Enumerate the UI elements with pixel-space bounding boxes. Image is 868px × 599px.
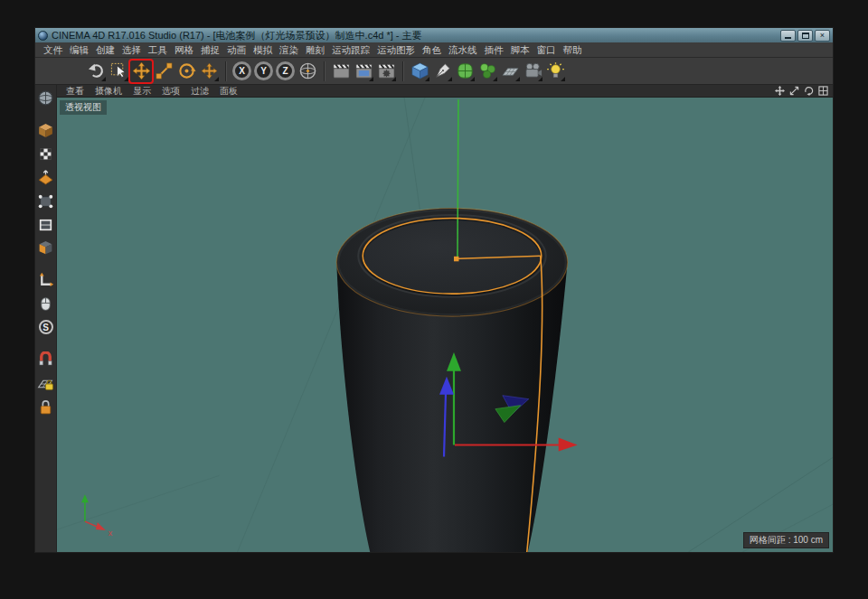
- viewport-menu-cameras[interactable]: 摄像机: [90, 85, 127, 98]
- make-editable-button[interactable]: [36, 88, 56, 108]
- points-mode-button[interactable]: [36, 191, 56, 211]
- toolbar-separator: [324, 61, 325, 81]
- texture-mode-icon: [37, 145, 54, 163]
- viewport-nav-controls: [774, 85, 829, 97]
- maximize-button[interactable]: [797, 30, 813, 42]
- toggle-view-button[interactable]: [817, 85, 829, 97]
- workplane-mode-button[interactable]: [36, 167, 56, 187]
- viewport-menu-options[interactable]: 选项: [156, 85, 185, 98]
- pan-view-icon: [775, 86, 785, 96]
- menu-item-render[interactable]: 渲染: [276, 42, 302, 58]
- coordinate-system-icon: [298, 61, 317, 80]
- polygons-mode-button[interactable]: [36, 238, 56, 257]
- menu-item-snap[interactable]: 捕捉: [197, 42, 223, 58]
- viewport-menu-filter[interactable]: 过滤: [185, 85, 214, 98]
- recent-tool-button[interactable]: [198, 61, 220, 82]
- spline-pen-button[interactable]: [431, 61, 453, 82]
- workplane-icon: [37, 169, 54, 186]
- titlebar[interactable]: CINEMA 4D R17.016 Studio (R17) - [电池案例（灯…: [35, 28, 833, 42]
- menu-item-edit[interactable]: 编辑: [66, 42, 92, 58]
- minimize-button[interactable]: [780, 30, 796, 42]
- live-selection-button[interactable]: [108, 61, 129, 82]
- polygons-mode-icon: [37, 239, 54, 257]
- enable-axis-button[interactable]: [36, 270, 56, 290]
- rotate-tool-button[interactable]: [175, 61, 197, 82]
- close-button[interactable]: ×: [815, 30, 830, 42]
- live-selection-icon: [109, 61, 128, 80]
- subdivision-surface-button[interactable]: [454, 61, 476, 82]
- battery-cylinder-object[interactable]: [336, 209, 567, 552]
- menu-item-create[interactable]: 创建: [92, 42, 118, 58]
- magnet-button[interactable]: [36, 350, 56, 370]
- left-tool-palette: S: [35, 85, 57, 552]
- make-editable-icon: [37, 89, 54, 107]
- rotate-view-button[interactable]: [803, 85, 815, 97]
- menu-item-pipeline[interactable]: 流水线: [445, 42, 481, 58]
- viewport-menu-view[interactable]: 查看: [61, 85, 90, 98]
- model-mode-button[interactable]: [36, 120, 56, 140]
- render-picture-viewer-button[interactable]: [353, 61, 374, 82]
- render-settings-icon: [377, 61, 396, 80]
- window-title: CINEMA 4D R17.016 Studio (R17) - [电池案例（灯…: [52, 29, 422, 42]
- axis-lock-x-button[interactable]: X: [232, 61, 251, 80]
- cinema4d-window: CINEMA 4D R17.016 Studio (R17) - [电池案例（灯…: [34, 27, 834, 553]
- menu-item-select[interactable]: 选择: [118, 42, 145, 58]
- snap-button[interactable]: S: [36, 317, 56, 337]
- menu-item-file[interactable]: 文件: [40, 42, 66, 58]
- menu-item-mograph[interactable]: 运动图形: [373, 42, 419, 58]
- pan-view-button[interactable]: [774, 85, 786, 97]
- workplane-lock-button[interactable]: [36, 373, 56, 393]
- viewport-solo-button[interactable]: [36, 294, 56, 314]
- viewport-canvas[interactable]: 透视视图 网格间距 : 100 cm: [57, 98, 833, 552]
- zoom-view-icon: [789, 86, 799, 96]
- viewport-menu-panel[interactable]: 面板: [214, 85, 243, 98]
- texture-mode-button[interactable]: [36, 144, 56, 164]
- add-primitive-button[interactable]: [409, 61, 430, 82]
- mograph-cloner-button[interactable]: [476, 61, 498, 82]
- light-icon: [546, 61, 565, 80]
- menu-item-mesh[interactable]: 网格: [171, 42, 197, 58]
- toolbar-separator: [402, 61, 403, 81]
- axis-y-label: Y: [260, 66, 267, 76]
- minimize-icon: [785, 37, 791, 39]
- menu-item-simulate[interactable]: 模拟: [250, 42, 276, 58]
- menu-item-sculpt[interactable]: 雕刻: [302, 42, 328, 58]
- object-axis-point[interactable]: [454, 257, 458, 261]
- render-settings-button[interactable]: [375, 61, 397, 82]
- menu-item-plugins[interactable]: 插件: [481, 42, 507, 58]
- move-tool-button[interactable]: [130, 61, 152, 82]
- window-controls: ×: [780, 30, 830, 42]
- app-logo-icon: [38, 31, 48, 41]
- camera-icon: [524, 61, 542, 80]
- viewport-menu-display[interactable]: 显示: [127, 85, 156, 98]
- magnet-icon: [37, 351, 54, 369]
- render-view-button[interactable]: [330, 61, 352, 82]
- camera-button[interactable]: [522, 61, 543, 82]
- menu-item-character[interactable]: 角色: [419, 42, 445, 58]
- floor-button[interactable]: [499, 61, 521, 82]
- cloner-icon: [478, 61, 497, 80]
- scale-tool-button[interactable]: [153, 61, 175, 82]
- menu-item-tools[interactable]: 工具: [145, 42, 171, 58]
- cube-icon: [410, 61, 429, 80]
- menu-item-script[interactable]: 脚本: [507, 42, 533, 58]
- edges-mode-button[interactable]: [36, 214, 56, 234]
- scene-3d[interactable]: x: [57, 98, 833, 552]
- zoom-view-button[interactable]: [788, 85, 800, 97]
- menu-item-help[interactable]: 帮助: [560, 42, 586, 58]
- mouse-icon: [37, 295, 54, 313]
- axis-lock-y-button[interactable]: Y: [254, 61, 273, 80]
- light-button[interactable]: [544, 61, 566, 82]
- undo-button[interactable]: [85, 61, 107, 82]
- view-label[interactable]: 透视视图: [60, 100, 107, 115]
- lock-button[interactable]: [36, 397, 56, 416]
- coordinate-system-button[interactable]: [297, 61, 318, 82]
- menu-item-animate[interactable]: 动画: [223, 42, 250, 58]
- world-axis-x-label: x: [108, 529, 113, 538]
- menu-item-window[interactable]: 窗口: [533, 42, 560, 58]
- model-mode-icon: [37, 122, 54, 139]
- menu-item-motion-tracker[interactable]: 运动跟踪: [328, 42, 373, 58]
- points-mode-icon: [37, 192, 54, 210]
- snap-icon: S: [39, 320, 53, 334]
- axis-lock-z-button[interactable]: Z: [276, 61, 295, 80]
